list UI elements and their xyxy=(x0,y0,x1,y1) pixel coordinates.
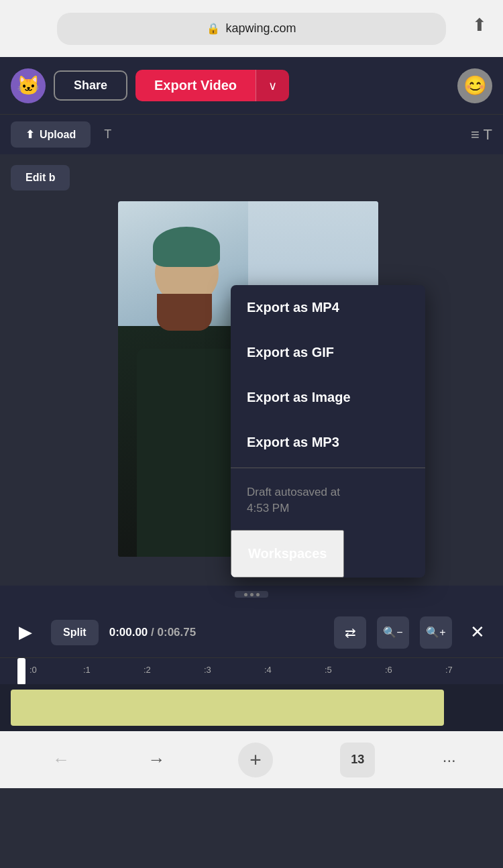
timeline-section: ▶ Split 0:00.00 / 0:06.75 ⇄ 🔍− 🔍+ ✕ xyxy=(0,586,503,731)
play-button[interactable]: ▶ xyxy=(11,618,40,647)
swap-icon: ⇄ xyxy=(345,625,356,641)
upload-arrow-icon: ⬆ xyxy=(25,128,34,141)
back-button[interactable]: ← xyxy=(47,744,75,775)
ruler-mark-6: :6 xyxy=(385,665,392,675)
drag-dot-2 xyxy=(250,593,254,596)
drag-handle[interactable] xyxy=(235,591,268,598)
dropdown-divider xyxy=(231,468,425,468)
export-mp3-item[interactable]: Export as MP3 xyxy=(231,420,425,465)
video-hair xyxy=(157,294,212,331)
address-bar[interactable]: 🔒 kapwing.com xyxy=(57,13,446,45)
drag-dot-1 xyxy=(244,593,247,596)
close-icon: ✕ xyxy=(470,622,485,643)
export-image-item[interactable]: Export as Image xyxy=(231,375,425,420)
logo-avatar[interactable]: 🐱 xyxy=(11,68,46,103)
ruler-mark-1: :1 xyxy=(83,665,91,675)
new-tab-button[interactable]: + xyxy=(238,743,273,777)
time-total: / 0:06.75 xyxy=(151,626,196,639)
time-display: 0:00.00 / 0:06.75 xyxy=(109,626,197,639)
nav-tab-t: T xyxy=(104,127,111,142)
edit-button[interactable]: Edit b xyxy=(11,165,70,191)
ruler-mark-0: :0 xyxy=(30,665,37,675)
timeline-track xyxy=(0,684,503,731)
export-mp4-item[interactable]: Export as MP4 xyxy=(231,285,425,330)
ios-share-button[interactable]: ⬆ xyxy=(472,15,487,36)
ruler-mark-3: :3 xyxy=(204,665,211,675)
video-body xyxy=(137,349,237,557)
lock-icon: 🔒 xyxy=(207,22,220,35)
chevron-down-icon: ∨ xyxy=(268,79,277,93)
drag-dot-3 xyxy=(256,593,260,596)
forward-button[interactable]: → xyxy=(143,744,171,775)
zoom-out-icon: 🔍− xyxy=(383,626,402,639)
zoom-in-icon: 🔍+ xyxy=(426,626,445,639)
share-button[interactable]: Share xyxy=(54,70,127,101)
browser-chrome: 🔒 kapwing.com ⬆ xyxy=(0,0,503,57)
url-text: kapwing.com xyxy=(225,21,296,36)
ruler-mark-7: :7 xyxy=(445,665,453,675)
user-avatar[interactable]: 😊 xyxy=(457,68,492,103)
swap-button[interactable]: ⇄ xyxy=(334,616,366,649)
edit-bar: Edit b xyxy=(0,154,503,201)
export-video-button[interactable]: Export Video xyxy=(135,70,256,101)
workspaces-item[interactable]: Workspaces xyxy=(231,530,344,578)
main-content: Edit b Export as MP4 Export as GIF Expor… xyxy=(0,154,503,731)
ruler-markers: :0 :1 :2 :3 :4 :5 :6 :7 xyxy=(11,658,492,685)
export-btn-group: Export Video ∨ xyxy=(135,70,289,101)
export-gif-item[interactable]: Export as GIF xyxy=(231,330,425,375)
video-hat xyxy=(153,227,220,267)
more-dots-icon: ··· xyxy=(443,751,456,769)
time-current: 0:00.00 xyxy=(109,626,148,639)
export-dropdown-button[interactable]: ∨ xyxy=(256,70,289,101)
close-button[interactable]: ✕ xyxy=(463,618,492,647)
timeline-ruler: :0 :1 :2 :3 :4 :5 :6 :7 xyxy=(0,657,503,684)
nav-menu-icon[interactable]: ≡ T xyxy=(471,126,492,144)
ruler-mark-4: :4 xyxy=(264,665,272,675)
play-icon: ▶ xyxy=(19,622,32,643)
split-button[interactable]: Split xyxy=(51,620,99,645)
zoom-in-button[interactable]: 🔍+ xyxy=(420,616,452,649)
browser-bottom-nav: ← → + 13 ··· xyxy=(0,731,503,788)
zoom-out-button[interactable]: 🔍− xyxy=(377,616,409,649)
tab-count-button[interactable]: 13 xyxy=(340,743,375,777)
track-clip[interactable] xyxy=(11,690,444,726)
secondary-nav: ⬆ Upload T ≡ T xyxy=(0,114,503,154)
dropdown-menu: Export as MP4 Export as GIF Export as Im… xyxy=(231,285,425,578)
top-nav: 🐱 Share Export Video ∨ 😊 xyxy=(0,57,503,114)
autosave-text: Draft autosaved at4:53 PM xyxy=(231,471,425,530)
drag-handle-area xyxy=(0,586,503,607)
playback-bar: ▶ Split 0:00.00 / 0:06.75 ⇄ 🔍− 🔍+ ✕ xyxy=(0,607,503,657)
ruler-mark-2: :2 xyxy=(144,665,151,675)
plus-icon: + xyxy=(249,749,262,771)
ruler-mark-5: :5 xyxy=(325,665,332,675)
more-options-button[interactable]: ··· xyxy=(443,751,456,769)
upload-button[interactable]: ⬆ Upload xyxy=(11,121,91,148)
